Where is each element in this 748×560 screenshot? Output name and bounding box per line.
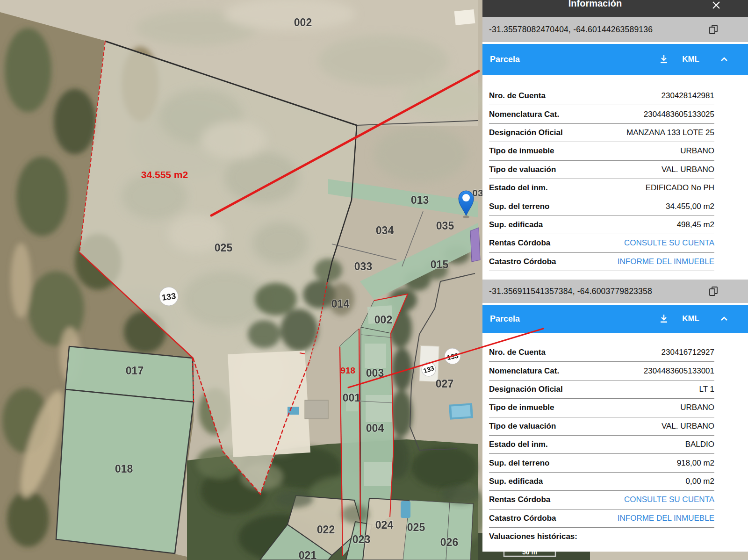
parcel-purple[interactable]: [470, 228, 480, 262]
table-row: Sup. del terreno34.455,00 m2: [489, 197, 714, 215]
chevron-up-icon[interactable]: [719, 54, 729, 65]
table-row: Nro. de Cuenta230416712927: [489, 344, 714, 362]
pool-inner: [451, 405, 471, 418]
field-label: Rentas Córdoba: [489, 495, 550, 504]
field-label: Estado del inm.: [489, 183, 548, 193]
parcel-number-label: 001: [343, 392, 361, 404]
parcela-table-2: Nro. de Cuenta230416712927 Nomenclatura …: [482, 344, 748, 528]
table-row: Designación OficialMANZANA 133 LOTE 25: [489, 124, 714, 142]
field-label: Designación Oficial: [489, 128, 563, 137]
field-label: Sup. edificada: [489, 220, 543, 230]
table-row: Nomenclatura Cat.2304483605133001: [489, 362, 714, 380]
table-row: Nro. de Cuenta230428142981: [489, 87, 714, 105]
field-label: Nomenclatura Cat.: [489, 366, 559, 376]
building: [305, 400, 328, 419]
parcela-card-header: Parcela KML: [482, 305, 748, 333]
parcela-table-1: Nro. de Cuenta230428142981 Nomenclatura …: [482, 87, 748, 271]
field-label: Sup. edificada: [489, 477, 543, 486]
parcel-number-label: 022: [317, 524, 335, 536]
chevron-up-icon[interactable]: [719, 314, 729, 324]
pool: [401, 501, 410, 518]
field-value: 34.455,00 m2: [666, 202, 714, 211]
parcel-number-label: 018: [115, 463, 133, 475]
parcel-number-label: 021: [299, 549, 317, 560]
parcel-026-area[interactable]: [446, 503, 473, 560]
table-row: Tipo de valuaciónVAL. URBANO: [489, 161, 714, 179]
kml-button[interactable]: KML: [682, 314, 699, 323]
cleared-lot: [228, 351, 310, 457]
field-value: VAL. URBANO: [662, 165, 714, 174]
card-title: Parcela: [490, 314, 520, 324]
parcel-number-label: 03: [472, 187, 483, 198]
field-label: Nro. de Cuenta: [489, 348, 546, 357]
catastro-cordoba-link[interactable]: INFORME DEL INMUEBLE: [618, 514, 714, 523]
rentas-cordoba-link[interactable]: CONSULTE SU CUENTA: [624, 238, 714, 248]
download-icon[interactable]: [658, 54, 669, 65]
field-value: 2304483605133001: [644, 366, 714, 376]
copy-icon[interactable]: [708, 24, 719, 35]
field-label: Rentas Córdoba: [489, 238, 550, 248]
coordinates-bar: -31.35578082470404, -64.60144263589136: [482, 17, 748, 42]
field-value: MANZANA 133 LOTE 25: [626, 128, 714, 137]
table-row: Estado del inm.BALDIO: [489, 436, 714, 454]
building: [454, 9, 475, 25]
field-value: 230416712927: [662, 348, 714, 357]
copy-icon[interactable]: [708, 286, 719, 297]
field-label: Sup. del terreno: [489, 202, 549, 211]
parcel-number-label: 024: [375, 519, 394, 531]
parcel-number-label: 027: [436, 378, 453, 390]
coordinates-bar: -31.356911541357384, -64.6003779823358: [482, 280, 748, 303]
field-label: Tipo de valuación: [489, 422, 556, 431]
parcela-card-header: Parcela KML: [482, 44, 748, 75]
close-icon[interactable]: [712, 0, 721, 10]
table-row: Rentas CórdobaCONSULTE SU CUENTA: [489, 491, 714, 509]
table-row: Catastro CórdobaINFORME DEL INMUEBLE: [489, 253, 714, 271]
download-icon[interactable]: [658, 313, 669, 324]
parcel-number-label: 004: [366, 422, 384, 434]
parcel-number-label: 035: [436, 220, 454, 232]
parcel-number-label: 017: [126, 365, 144, 377]
card-title: Parcela: [490, 55, 520, 65]
field-value: EDIFICADO No PH: [646, 183, 714, 193]
parcel-number-label: 034: [376, 224, 394, 237]
table-row: Designación OficialLT 1: [489, 381, 714, 399]
field-value: 2304483605133025: [644, 110, 714, 119]
table-row: Catastro CórdobaINFORME DEL INMUEBLE: [489, 510, 714, 528]
catastro-cordoba-link[interactable]: INFORME DEL INMUEBLE: [618, 257, 714, 266]
field-label: Estado del inm.: [489, 440, 548, 449]
field-value: BALDIO: [685, 440, 714, 449]
field-label: Sup. del terreno: [489, 459, 549, 468]
area-measurement-label: 918: [340, 366, 355, 375]
panel-title: Información: [482, 0, 748, 9]
field-label: Catastro Córdoba: [489, 257, 556, 266]
field-label: Tipo de valuación: [489, 165, 556, 174]
field-value: 230428142981: [662, 91, 714, 101]
rentas-cordoba-link[interactable]: CONSULTE SU CUENTA: [624, 495, 714, 504]
parcel-number-label: 025: [407, 521, 425, 533]
kml-button[interactable]: KML: [682, 55, 699, 64]
panel-header: Información: [482, 0, 748, 17]
valuaciones-historicas-label: Valuaciones históricas:: [482, 527, 748, 546]
table-row: Tipo de inmuebleURBANO: [489, 399, 714, 417]
field-value: URBANO: [680, 403, 714, 412]
area-measurement-label: 34.555 m2: [141, 169, 188, 180]
table-row: Rentas CórdobaCONSULTE SU CUENTA: [489, 234, 714, 252]
table-row: Sup. del terreno918,00 m2: [489, 454, 714, 472]
field-label: Tipo de inmueble: [489, 146, 554, 156]
table-row: Sup. edificada498,45 m2: [489, 216, 714, 234]
parcel-number-label: 023: [352, 533, 370, 546]
parcel-number-label: 026: [440, 536, 458, 548]
svg-text:133: 133: [161, 291, 177, 302]
field-label: Nomenclatura Cat.: [489, 110, 559, 119]
table-row: Tipo de inmuebleURBANO: [489, 142, 714, 160]
field-label: Designación Oficial: [489, 385, 563, 394]
field-label: Nro. de Cuenta: [489, 91, 546, 101]
parcel-number-label: 002: [374, 314, 392, 326]
parcel-number-label: 033: [354, 260, 372, 273]
coordinates-text: -31.35578082470404, -64.60144263589136: [489, 25, 653, 35]
parcel-number-label: 003: [366, 367, 384, 379]
parcel-number-label: 025: [215, 242, 233, 254]
app-window: 0020250130340350330150140020030010040270…: [0, 0, 748, 560]
field-value: 918,00 m2: [677, 459, 714, 468]
parcel-number-label: 013: [411, 194, 429, 206]
